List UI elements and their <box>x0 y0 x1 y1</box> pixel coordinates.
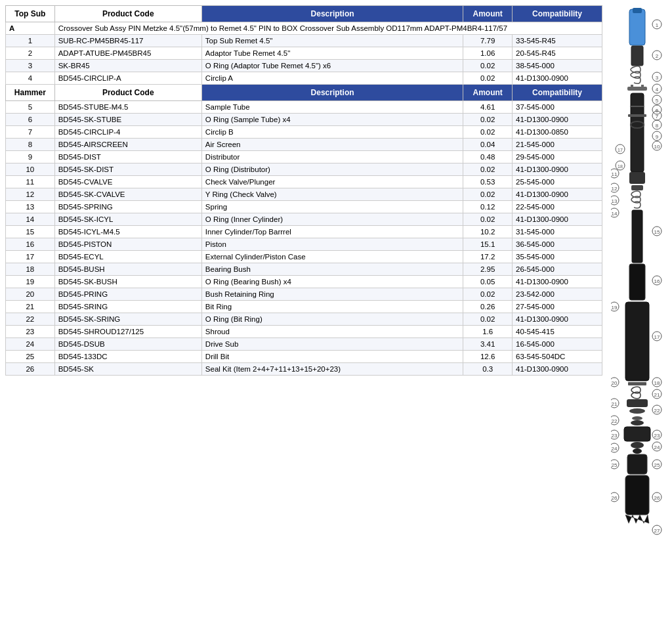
row-compat: 41-D1300-0900 <box>512 188 602 201</box>
table-row: 6 BD545-SK-STUBE O Ring (Sample Tube) x4… <box>6 114 602 126</box>
row-num: 16 <box>6 238 55 251</box>
svg-rect-9 <box>627 87 647 91</box>
svg-text:10: 10 <box>654 144 660 150</box>
row-num: 4 <box>6 72 55 85</box>
row-code: SUB-RC-PM45BR45-117 <box>54 35 201 47</box>
table-row: 21 BD545-SRING Bit Ring 0.26 27-545-000 <box>6 301 602 313</box>
svg-text:6: 6 <box>656 108 659 114</box>
row-amount: 0.02 <box>463 72 513 85</box>
svg-text:12: 12 <box>612 186 618 192</box>
row-desc: O Ring (Adaptor Tube Remet 4.5") x6 <box>201 60 463 72</box>
row-desc: Bearing Bush <box>201 263 463 276</box>
row-amount: 2.95 <box>463 263 513 276</box>
row-compat: 37-545-000 <box>512 101 602 114</box>
row-amount: 4.61 <box>463 101 513 114</box>
row-code: BD545-CIRCLIP-A <box>54 72 201 85</box>
svg-rect-72 <box>624 427 650 441</box>
svg-text:16: 16 <box>654 278 660 284</box>
row-code: BD545-SK-BUSH <box>54 276 201 288</box>
svg-text:24: 24 <box>654 445 660 450</box>
hammer-header-desc: Description <box>201 85 463 101</box>
table-row: 12 BD545-SK-CVALVE Y Ring (Check Valve) … <box>6 188 602 201</box>
row-code: BD545-PRING <box>54 288 201 301</box>
row-num: 25 <box>6 351 55 363</box>
svg-marker-89 <box>625 515 649 523</box>
table-row: 11 BD545-CVALVE Check Valve/Plunger 0.53… <box>6 176 602 188</box>
svg-text:25: 25 <box>612 462 618 468</box>
svg-text:17: 17 <box>654 334 660 340</box>
row-compat: 36-545-000 <box>512 238 602 251</box>
row-num: 2 <box>6 47 55 60</box>
svg-point-78 <box>633 448 642 454</box>
row-compat: 40-545-415 <box>512 326 602 338</box>
table-row: 3 SK-BR45 O Ring (Adaptor Tube Remet 4.5… <box>6 60 602 72</box>
row-compat: 26-545-000 <box>512 263 602 276</box>
row-amount: 0.02 <box>463 163 513 176</box>
row-code: BD545-SPRING <box>54 201 201 213</box>
hammer-header-row: Hammer Product Code Description Amount C… <box>6 85 602 101</box>
row-num: 17 <box>6 251 55 263</box>
row-amount: 0.05 <box>463 276 513 288</box>
row-code: BD545-STUBE-M4.5 <box>54 101 201 114</box>
row-desc: Spring <box>201 201 463 213</box>
row-amount: 0.12 <box>463 201 513 213</box>
svg-rect-11 <box>641 85 644 87</box>
row-num: 23 <box>6 326 55 338</box>
row-desc: O Ring (Inner Cylinder) <box>201 213 463 226</box>
svg-rect-4 <box>631 46 643 66</box>
svg-text:3: 3 <box>656 75 659 81</box>
svg-text:26: 26 <box>612 495 618 501</box>
table-row: 19 BD545-SK-BUSH O Ring (Bearing Bush) x… <box>6 276 602 288</box>
svg-text:23: 23 <box>654 433 660 439</box>
svg-text:19: 19 <box>612 305 618 311</box>
header-top-sub: Top Sub <box>6 6 55 22</box>
row-amount: 0.02 <box>463 126 513 139</box>
row-desc: Air Screen <box>201 139 463 151</box>
row-code: BD545-ICYL-M4.5 <box>54 226 201 238</box>
row-amount: 0.02 <box>463 60 513 72</box>
row-num: 18 <box>6 263 55 276</box>
row-num: 22 <box>6 313 55 326</box>
row-compat: 41-D1300-0900 <box>512 313 602 326</box>
row-num: 10 <box>6 163 55 176</box>
row-compat: 41-D1300-0900 <box>512 363 602 376</box>
table-row: 22 BD545-SK-SRING O Ring (Bit Ring) 0.02… <box>6 313 602 326</box>
row-compat: 20-545-R45 <box>512 47 602 60</box>
row-code: BD545-CIRCLIP-4 <box>54 126 201 139</box>
row-code: BD545-AIRSCREEN <box>54 139 201 151</box>
row-code: BD545-DSUB <box>54 338 201 351</box>
row-amount: 0.02 <box>463 288 513 301</box>
svg-text:21: 21 <box>654 392 660 398</box>
row-desc: Inner Cylinder/Top Barrrel <box>201 226 463 238</box>
row-compat: 22-545-000 <box>512 201 602 213</box>
row-code: BD545-CVALVE <box>54 176 201 188</box>
row-amount: 1.6 <box>463 326 513 338</box>
hammer-header-amount: Amount <box>463 85 513 101</box>
svg-rect-62 <box>627 399 648 407</box>
svg-text:27: 27 <box>654 528 660 534</box>
row-compat: 27-545-000 <box>512 301 602 313</box>
row-amount: 0.02 <box>463 213 513 226</box>
row-desc: Sample Tube <box>201 101 463 114</box>
svg-text:13: 13 <box>612 198 618 204</box>
row-code: BD545-SK-SRING <box>54 313 201 326</box>
svg-rect-59 <box>628 382 646 385</box>
svg-point-69 <box>631 420 644 425</box>
row-code: BD545-SK-ICYL <box>54 213 201 226</box>
row-desc: Bush Retaining Ring <box>201 288 463 301</box>
row-code: ADAPT-ATUBE-PM45BR45 <box>54 47 201 60</box>
svg-rect-10 <box>631 85 633 87</box>
row-code: BD545-SK-DIST <box>54 163 201 176</box>
hammer-header-compat: Compatibility <box>512 85 602 101</box>
row-code: BD545-SRING <box>54 301 201 313</box>
row-code: BD545-SK-STUBE <box>54 114 201 126</box>
row-desc: O Ring (Bearing Bush) x4 <box>201 276 463 288</box>
row-compat: 41-D1300-0900 <box>512 276 602 288</box>
row-num: 7 <box>6 126 55 139</box>
row-num: 19 <box>6 276 55 288</box>
row-compat: 41-D1300-0850 <box>512 126 602 139</box>
svg-rect-50 <box>625 302 649 381</box>
row-compat: 41-D1300-0900 <box>512 163 602 176</box>
row-compat: 33-545-R45 <box>512 35 602 47</box>
row-desc: Adaptor Tube Remet 4.5" <box>201 47 463 60</box>
